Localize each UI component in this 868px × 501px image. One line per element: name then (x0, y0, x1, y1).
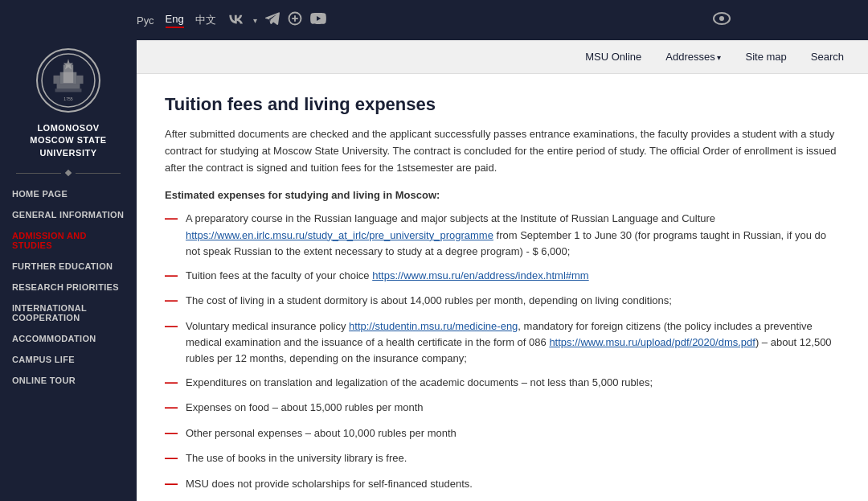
page-intro: After submitted documents are checked an… (165, 126, 840, 176)
vk-icon[interactable] (227, 13, 245, 27)
sidebar-item-campus-life[interactable]: CAMPUS LIFE (0, 349, 137, 370)
svg-point-4 (719, 16, 724, 21)
svg-rect-12 (55, 88, 82, 92)
university-logo: 1755 (36, 48, 100, 113)
dms-link[interactable]: https://www.msu.ru/upload/pdf/2020/dms.p… (549, 336, 755, 348)
list-item: — Expenses on food – about 15,000 rubles… (165, 400, 840, 417)
top-bar-left: Рус Eng 中文 ▾ (137, 11, 699, 29)
social-icons: ▾ (227, 11, 326, 29)
top-bar: Рус Eng 中文 ▾ (0, 0, 868, 40)
bullet-text: MSU does not provide scholarships for se… (186, 476, 473, 492)
bullet-dash: — (165, 374, 178, 392)
bullet-dash: — (165, 210, 178, 228)
bullet-dash: — (165, 292, 178, 310)
sidebar-item-further-education[interactable]: FURTHER EDUCATION (0, 256, 137, 277)
sidebar-item-general-information[interactable]: GENERAL INFORMATION (0, 204, 137, 225)
bullet-text: Expenditures on translation and legaliza… (186, 375, 653, 391)
list-item: — MSU does not provide scholarships for … (165, 476, 840, 493)
bullet-list: — A preparatory course in the Russian la… (165, 211, 840, 493)
bullet-text: Tuition fees at the faculty of your choi… (186, 268, 589, 284)
list-item: — A preparatory course in the Russian la… (165, 211, 840, 259)
telegram-icon[interactable] (265, 12, 280, 28)
medicine-link[interactable]: http://studentin.msu.ru/medicine-eng (349, 320, 518, 332)
content-area: MSU Online Addresses Site map Search Tui… (137, 40, 868, 501)
youtube-icon[interactable] (310, 13, 326, 27)
sidebar-item-international-cooperation[interactable]: INTERNATIONAL COOPERATION (0, 298, 137, 328)
bullet-dash: — (165, 475, 178, 493)
list-item: — Tuition fees at the faculty of your ch… (165, 268, 840, 285)
nav-msu-online[interactable]: MSU Online (585, 51, 641, 63)
svg-rect-11 (57, 84, 80, 88)
svg-rect-10 (76, 76, 83, 84)
sidebar-item-online-tour[interactable]: ONLINE TOUR (0, 370, 137, 391)
list-item: — Voluntary medical insurance policy htt… (165, 318, 840, 367)
list-item: — Other personal expenses – about 10,000… (165, 425, 840, 442)
sidebar-item-home-page[interactable]: HOME PAGE (0, 183, 137, 204)
sidebar-item-admission-and-studies[interactable]: ADMISSION AND STUDIES (0, 225, 137, 256)
svg-rect-7 (60, 72, 77, 84)
page-title: Tuition fees and living expenses (165, 94, 840, 115)
irlc-link[interactable]: https://www.en.irlc.msu.ru/study_at_irlc… (186, 229, 493, 241)
bullet-text: Expenses on food – about 15,000 rubles p… (186, 400, 424, 416)
sidebar-divider (0, 170, 137, 175)
university-name: LOMONOSOVMOSCOW STATEUNIVERSITY (22, 122, 114, 159)
sidebar-item-accommodation[interactable]: ACCOMMODATION (0, 328, 137, 349)
bullet-dash: — (165, 318, 178, 335)
sidebar: 1755 LOMONOSOVMOSCOW STATEUNIVERSITY HOM… (0, 40, 137, 501)
list-item: — Expenditures on translation and legali… (165, 375, 840, 392)
bullet-dash: — (165, 425, 178, 442)
accessibility-icon[interactable] (712, 11, 731, 30)
vk-arrow[interactable]: ▾ (253, 16, 257, 25)
nav-addresses[interactable]: Addresses (665, 51, 721, 63)
plus-icon[interactable] (288, 11, 302, 29)
nav-search[interactable]: Search (811, 51, 844, 63)
list-item: — The use of books in the university lib… (165, 450, 840, 467)
nav-site-map[interactable]: Site map (745, 51, 786, 63)
address-link[interactable]: https://www.msu.ru/en/address/index.html… (372, 269, 589, 281)
secondary-nav: MSU Online Addresses Site map Search (137, 40, 868, 74)
svg-text:1755: 1755 (63, 97, 73, 101)
bullet-dash: — (165, 450, 178, 467)
sidebar-nav: HOME PAGE GENERAL INFORMATION ADMISSION … (0, 183, 137, 391)
sidebar-item-research-priorities[interactable]: RESEARCH PRIORITIES (0, 277, 137, 298)
section-heading: Estimated expenses for studying and livi… (165, 189, 840, 201)
lang-rус[interactable]: Рус (137, 14, 154, 27)
lang-zh[interactable]: 中文 (195, 13, 216, 27)
bullet-text: The cost of living in a student dormitor… (186, 293, 672, 309)
svg-rect-9 (53, 76, 59, 84)
main-layout: 1755 LOMONOSOVMOSCOW STATEUNIVERSITY HOM… (0, 40, 868, 501)
bullet-text: A preparatory course in the Russian lang… (186, 211, 840, 259)
page-content: Tuition fees and living expenses After s… (137, 74, 868, 501)
list-item: — The cost of living in a student dormit… (165, 293, 840, 310)
bullet-dash: — (165, 399, 178, 417)
lang-eng[interactable]: Eng (166, 13, 184, 28)
bullet-text: Other personal expenses – about 10,000 r… (186, 425, 457, 441)
bullet-dash: — (165, 267, 178, 285)
bullet-text: Voluntary medical insurance policy http:… (186, 318, 840, 367)
bullet-text: The use of books in the university libra… (186, 450, 407, 466)
